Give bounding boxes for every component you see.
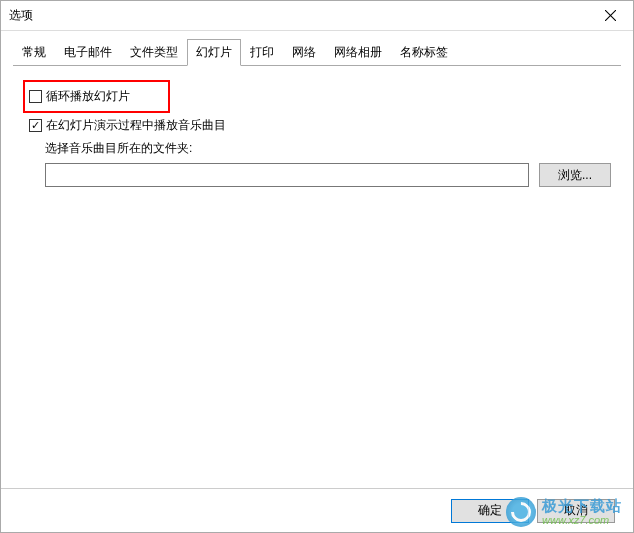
- play-music-row: 在幻灯片演示过程中播放音乐曲目: [23, 117, 611, 134]
- close-icon: [605, 10, 616, 21]
- browse-button[interactable]: 浏览...: [539, 163, 611, 187]
- tab-email[interactable]: 电子邮件: [55, 39, 121, 65]
- tab-print[interactable]: 打印: [241, 39, 283, 65]
- tab-network[interactable]: 网络: [283, 39, 325, 65]
- ok-button[interactable]: 确定: [451, 499, 529, 523]
- tab-nametag[interactable]: 名称标签: [391, 39, 457, 65]
- window-title: 选项: [9, 7, 33, 24]
- options-dialog: 选项 常规 电子邮件 文件类型 幻灯片 打印 网络 网络相册 名称标签 循环播放…: [0, 0, 634, 533]
- play-music-checkbox[interactable]: [29, 119, 42, 132]
- loop-slideshow-checkbox[interactable]: [29, 90, 42, 103]
- titlebar: 选项: [1, 1, 633, 31]
- music-folder-input[interactable]: [45, 163, 529, 187]
- music-folder-label: 选择音乐曲目所在的文件夹:: [45, 140, 611, 157]
- music-folder-row: 浏览...: [45, 163, 611, 187]
- dialog-footer: 确定 取消: [1, 488, 633, 532]
- dialog-content: 常规 电子邮件 文件类型 幻灯片 打印 网络 网络相册 名称标签 循环播放幻灯片…: [1, 31, 633, 488]
- tab-webalbum[interactable]: 网络相册: [325, 39, 391, 65]
- play-music-label: 在幻灯片演示过程中播放音乐曲目: [46, 117, 226, 134]
- tab-slideshow[interactable]: 幻灯片: [187, 39, 241, 66]
- tab-general[interactable]: 常规: [13, 39, 55, 65]
- highlight-annotation: 循环播放幻灯片: [23, 80, 170, 113]
- loop-slideshow-label: 循环播放幻灯片: [46, 88, 130, 105]
- cancel-button[interactable]: 取消: [537, 499, 615, 523]
- slideshow-panel: 循环播放幻灯片 在幻灯片演示过程中播放音乐曲目 选择音乐曲目所在的文件夹: 浏览…: [13, 66, 621, 476]
- tab-strip: 常规 电子邮件 文件类型 幻灯片 打印 网络 网络相册 名称标签: [13, 39, 621, 66]
- tab-filetypes[interactable]: 文件类型: [121, 39, 187, 65]
- close-button[interactable]: [588, 1, 633, 31]
